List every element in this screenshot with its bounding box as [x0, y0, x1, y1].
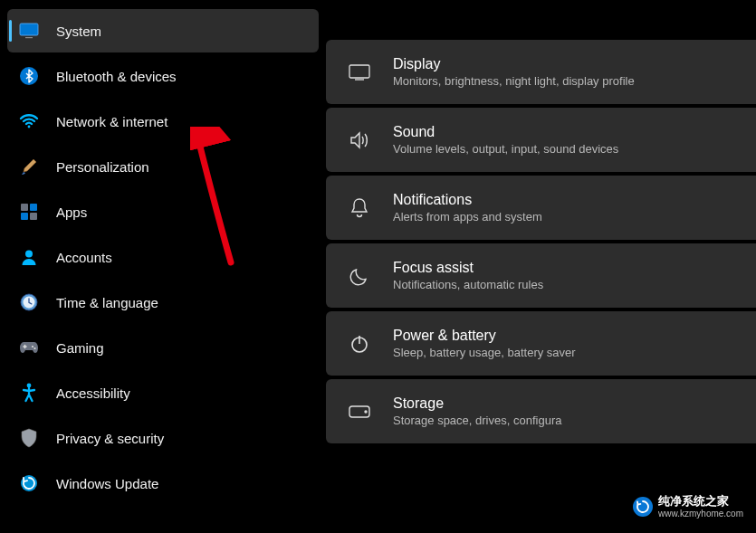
sidebar-item-accounts[interactable]: Accounts — [7, 235, 319, 279]
main-content: Display Monitors, brightness, night ligh… — [326, 0, 756, 533]
sidebar-item-privacy[interactable]: Privacy & security — [7, 416, 319, 460]
card-text: Sound Volume levels, output, input, soun… — [393, 124, 618, 156]
card-title: Sound — [393, 124, 618, 140]
card-desc: Notifications, automatic rules — [393, 278, 543, 291]
monitor-icon — [18, 20, 40, 42]
storage-icon — [348, 400, 371, 424]
sidebar-item-label: Time & language — [56, 295, 158, 310]
power-icon — [348, 332, 371, 356]
watermark-title: 纯净系统之家 — [658, 495, 743, 509]
sidebar-item-network[interactable]: Network & internet — [7, 100, 319, 143]
svg-point-8 — [25, 251, 33, 258]
svg-point-3 — [28, 126, 31, 128]
card-desc: Monitors, brightness, night light, displ… — [393, 74, 635, 88]
sidebar-item-gaming[interactable]: Gaming — [7, 326, 319, 369]
watermark-logo-icon — [633, 497, 653, 517]
svg-rect-6 — [21, 213, 28, 220]
card-notifications[interactable]: Notifications Alerts from apps and syste… — [326, 176, 756, 240]
card-title: Focus assist — [393, 260, 543, 276]
sidebar-item-label: Windows Update — [56, 476, 158, 491]
sound-icon — [348, 128, 371, 152]
card-text: Display Monitors, brightness, night ligh… — [393, 56, 635, 88]
svg-point-12 — [33, 347, 35, 349]
sidebar-item-label: Apps — [56, 205, 87, 220]
sidebar-item-time[interactable]: Time & language — [7, 281, 319, 324]
card-title: Notifications — [393, 192, 542, 208]
card-text: Storage Storage space, drives, configura — [393, 395, 561, 427]
sidebar-item-label: Accessibility — [56, 385, 130, 401]
sidebar-item-label: Gaming — [56, 340, 104, 356]
watermark-url: www.kzmyhome.com — [658, 509, 743, 519]
sidebar-item-label: Privacy & security — [56, 431, 164, 446]
card-text: Power & battery Sleep, battery usage, ba… — [393, 328, 576, 359]
sidebar-item-accessibility[interactable]: Accessibility — [7, 371, 319, 414]
svg-point-11 — [32, 346, 33, 347]
sidebar-item-label: Bluetooth & devices — [56, 69, 177, 84]
card-sound[interactable]: Sound Volume levels, output, input, soun… — [326, 108, 756, 172]
shield-icon — [18, 427, 40, 449]
clock-icon — [18, 291, 40, 313]
gamepad-icon — [18, 337, 40, 358]
sidebar-item-personalization[interactable]: Personalization — [7, 145, 319, 188]
card-text: Notifications Alerts from apps and syste… — [393, 192, 542, 224]
sidebar-item-label: Personalization — [56, 159, 149, 175]
sidebar: System Bluetooth & devices Network & int… — [0, 0, 326, 533]
bell-icon — [348, 196, 371, 220]
sidebar-item-update[interactable]: Windows Update — [7, 462, 319, 505]
watermark-text: 纯净系统之家 www.kzmyhome.com — [658, 495, 743, 519]
svg-point-20 — [365, 411, 367, 413]
card-desc: Volume levels, output, input, sound devi… — [393, 142, 618, 156]
card-desc: Storage space, drives, configura — [393, 414, 561, 427]
svg-rect-7 — [30, 213, 37, 220]
svg-rect-4 — [21, 204, 28, 211]
person-icon — [18, 246, 40, 268]
sidebar-item-apps[interactable]: Apps — [7, 190, 319, 233]
sidebar-item-bluetooth[interactable]: Bluetooth & devices — [7, 54, 319, 98]
card-title: Display — [393, 56, 635, 72]
svg-point-13 — [27, 384, 32, 388]
apps-icon — [18, 201, 40, 223]
card-storage[interactable]: Storage Storage space, drives, configura — [326, 379, 756, 443]
wifi-icon — [18, 110, 40, 132]
sidebar-item-label: Network & internet — [56, 114, 167, 129]
card-title: Storage — [393, 395, 561, 412]
card-power[interactable]: Power & battery Sleep, battery usage, ba… — [326, 311, 756, 376]
accessibility-icon — [18, 382, 40, 404]
bluetooth-icon — [18, 65, 40, 87]
brush-icon — [18, 156, 40, 177]
card-title: Power & battery — [393, 328, 576, 344]
update-icon — [18, 472, 40, 494]
card-text: Focus assist Notifications, automatic ru… — [393, 260, 543, 291]
moon-icon — [348, 264, 371, 288]
sidebar-item-label: System — [56, 24, 101, 39]
svg-rect-15 — [349, 65, 369, 78]
card-desc: Sleep, battery usage, battery saver — [393, 346, 576, 359]
sidebar-item-system[interactable]: System — [7, 9, 319, 52]
display-icon — [348, 61, 371, 84]
sidebar-item-label: Accounts — [56, 250, 112, 265]
card-desc: Alerts from apps and system — [393, 210, 542, 224]
watermark: 纯净系统之家 www.kzmyhome.com — [624, 491, 752, 522]
card-focus[interactable]: Focus assist Notifications, automatic ru… — [326, 243, 756, 308]
svg-rect-1 — [25, 37, 33, 38]
svg-rect-0 — [20, 24, 38, 35]
svg-rect-5 — [30, 204, 37, 211]
card-display[interactable]: Display Monitors, brightness, night ligh… — [326, 40, 756, 104]
